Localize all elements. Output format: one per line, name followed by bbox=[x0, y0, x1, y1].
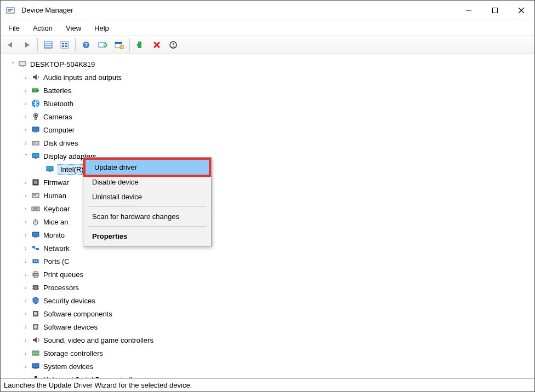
expand-icon[interactable]: › bbox=[21, 296, 30, 305]
update-driver-button[interactable] bbox=[133, 37, 148, 53]
camera-icon bbox=[30, 112, 41, 121]
expand-icon[interactable]: › bbox=[21, 270, 30, 279]
tree-item-print-queues[interactable]: › Print queues bbox=[3, 268, 534, 281]
svg-rect-36 bbox=[32, 141, 39, 145]
keyboard-icon bbox=[30, 204, 41, 213]
expand-icon[interactable]: › bbox=[21, 99, 30, 108]
menu-help[interactable]: Help bbox=[92, 23, 111, 33]
svg-rect-40 bbox=[47, 166, 53, 171]
toolbar: ? bbox=[1, 36, 534, 54]
svg-rect-57 bbox=[33, 260, 38, 263]
tree-item-system-devices[interactable]: › System devices bbox=[3, 360, 534, 373]
svg-rect-54 bbox=[32, 246, 35, 248]
expand-icon[interactable]: › bbox=[21, 322, 30, 331]
tree-item-storage-controllers[interactable]: › Storage controllers bbox=[3, 347, 534, 360]
expand-icon[interactable]: › bbox=[21, 349, 30, 358]
uninstall-button[interactable] bbox=[149, 37, 164, 53]
svg-rect-20 bbox=[115, 42, 122, 44]
svg-rect-14 bbox=[62, 45, 64, 47]
show-hide-tree-button[interactable] bbox=[41, 37, 56, 53]
tree-item-security[interactable]: › Security devices bbox=[3, 294, 534, 307]
collapse-icon[interactable]: ˅ bbox=[21, 152, 30, 160]
forward-button[interactable] bbox=[19, 37, 35, 53]
back-button[interactable] bbox=[3, 37, 18, 53]
tree-item-audio[interactable]: › Audio inputs and outputs bbox=[3, 71, 534, 84]
svg-rect-63 bbox=[33, 285, 38, 290]
bluetooth-icon bbox=[30, 99, 41, 108]
tree-root[interactable]: ˅ DESKTOP-504K819 bbox=[3, 57, 534, 71]
ctx-separator bbox=[88, 226, 207, 227]
device-tree[interactable]: ˅ DESKTOP-504K819 › Audio inputs and out… bbox=[1, 54, 534, 378]
expand-icon[interactable]: › bbox=[21, 112, 30, 121]
ctx-update-driver[interactable]: Update driver bbox=[83, 158, 211, 177]
app-icon bbox=[5, 6, 16, 15]
ctx-properties[interactable]: Properties bbox=[83, 229, 211, 244]
svg-rect-69 bbox=[34, 312, 37, 315]
svg-rect-34 bbox=[32, 127, 39, 131]
tree-item-computer[interactable]: › Computer bbox=[3, 123, 534, 136]
tree-item-ports[interactable]: › Ports (C bbox=[3, 255, 534, 268]
tree-item-cameras[interactable]: › Cameras bbox=[3, 110, 534, 123]
menubar: File Action View Help bbox=[1, 20, 534, 36]
help-button[interactable]: ? bbox=[78, 37, 94, 53]
svg-rect-61 bbox=[34, 272, 37, 273]
close-button[interactable] bbox=[508, 1, 534, 20]
disk-icon bbox=[30, 139, 41, 147]
ctx-separator bbox=[88, 206, 207, 207]
maximize-button[interactable] bbox=[482, 1, 508, 20]
tree-item-software-devices[interactable]: › Software devices bbox=[3, 320, 534, 333]
menu-view[interactable]: View bbox=[64, 23, 83, 33]
expand-icon[interactable]: › bbox=[21, 178, 30, 187]
expand-icon[interactable]: › bbox=[21, 362, 30, 371]
expand-icon[interactable]: › bbox=[21, 73, 30, 82]
expand-icon[interactable]: › bbox=[21, 139, 30, 147]
svg-rect-60 bbox=[33, 273, 38, 276]
show-all-button[interactable] bbox=[57, 37, 72, 53]
display-adapter-icon bbox=[30, 152, 41, 160]
svg-rect-28 bbox=[32, 89, 38, 92]
computer-icon bbox=[17, 60, 28, 68]
battery-icon bbox=[30, 86, 41, 95]
tree-item-bluetooth[interactable]: › Bluetooth bbox=[3, 97, 534, 110]
menu-file[interactable]: File bbox=[6, 23, 22, 33]
expand-icon[interactable]: › bbox=[21, 217, 30, 226]
svg-rect-27 bbox=[21, 66, 24, 67]
svg-rect-35 bbox=[34, 131, 37, 132]
svg-rect-62 bbox=[34, 276, 37, 278]
expand-icon[interactable]: › bbox=[21, 309, 30, 318]
expand-icon[interactable]: › bbox=[21, 191, 30, 200]
svg-point-59 bbox=[36, 261, 37, 262]
tree-item-sound-video[interactable]: › Sound, video and game controllers bbox=[3, 333, 534, 347]
expand-icon[interactable]: › bbox=[21, 336, 30, 344]
tree-item-usb[interactable]: › Universal Serial Bus controllers bbox=[3, 373, 534, 378]
menu-action[interactable]: Action bbox=[31, 23, 55, 33]
expand-icon[interactable]: › bbox=[21, 375, 30, 378]
ctx-uninstall-device[interactable]: Uninstall device bbox=[83, 189, 211, 204]
svg-rect-13 bbox=[65, 43, 67, 44]
expand-icon[interactable]: › bbox=[21, 244, 30, 252]
svg-rect-41 bbox=[49, 171, 51, 172]
tree-item-batteries[interactable]: › Batteries bbox=[3, 84, 534, 97]
expand-icon[interactable]: › bbox=[21, 86, 30, 95]
svg-rect-46 bbox=[35, 194, 36, 195]
software-device-icon bbox=[30, 322, 41, 331]
disable-button[interactable] bbox=[166, 37, 181, 53]
properties-button[interactable] bbox=[111, 37, 127, 53]
collapse-icon[interactable]: ˅ bbox=[8, 60, 17, 68]
ctx-scan-hardware[interactable]: Scan for hardware changes bbox=[83, 209, 211, 224]
ctx-disable-device[interactable]: Disable device bbox=[83, 175, 211, 189]
sound-icon bbox=[30, 336, 41, 344]
minimize-button[interactable] bbox=[456, 1, 482, 20]
expand-icon[interactable]: › bbox=[21, 125, 30, 134]
expand-icon[interactable]: › bbox=[21, 283, 30, 292]
scan-hardware-button[interactable] bbox=[95, 37, 110, 53]
tree-item-disk-drives[interactable]: › Disk drives bbox=[3, 136, 534, 149]
svg-text:?: ? bbox=[84, 42, 88, 48]
tree-item-software-components[interactable]: › Software components bbox=[3, 307, 534, 320]
toolbar-separator bbox=[37, 38, 38, 51]
expand-icon[interactable]: › bbox=[21, 204, 30, 213]
svg-rect-38 bbox=[32, 153, 39, 158]
expand-icon[interactable]: › bbox=[21, 257, 30, 266]
expand-icon[interactable]: › bbox=[21, 230, 30, 239]
tree-item-processors[interactable]: › Processors bbox=[3, 281, 534, 294]
